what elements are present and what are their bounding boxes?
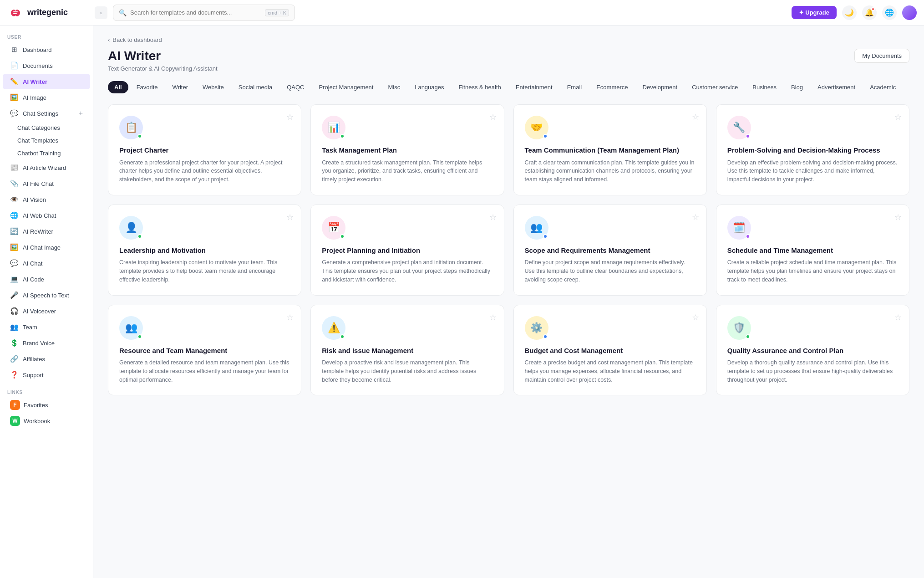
sidebar-item-team[interactable]: 👥 Team [3, 319, 90, 335]
card-star-problem-solving[interactable]: ☆ [894, 112, 902, 122]
card-star-resource[interactable]: ☆ [286, 312, 294, 322]
favorites-badge: F [10, 400, 20, 410]
filter-tab-entertainment[interactable]: Entertainment [509, 81, 559, 93]
card-problem-solving[interactable]: ☆ 🔧 Problem-Solving and Decision-Making … [716, 104, 909, 195]
sidebar-item-affiliates[interactable]: 🔗 Affiliates [3, 351, 90, 367]
chat-settings-icon: 💬 [10, 109, 18, 118]
sidebar-collapse-button[interactable]: ‹ [95, 6, 107, 19]
card-icon-task-management: 📊 [322, 116, 345, 139]
search-shortcut: cmd + K [265, 9, 289, 16]
sidebar-item-ai-article-wizard[interactable]: 📰 AI Article Wizard [3, 160, 90, 175]
bell-icon[interactable]: 🔔 [862, 5, 877, 20]
card-star-project-planning[interactable]: ☆ [489, 212, 497, 222]
my-documents-button[interactable]: My Documents [854, 49, 909, 63]
filter-tab-favorite[interactable]: Favorite [130, 81, 164, 93]
filter-tab-misc[interactable]: Misc [381, 81, 406, 93]
filter-tab-customer-service[interactable]: Customer service [685, 81, 744, 93]
card-star-schedule[interactable]: ☆ [894, 212, 902, 222]
sidebar-item-ai-image[interactable]: 🖼️ AI Image [3, 90, 90, 105]
card-star-budget[interactable]: ☆ [692, 312, 699, 322]
card-project-charter[interactable]: ☆ 📋 Project Charter Generate a professio… [108, 104, 301, 195]
sidebar-link-favorites[interactable]: F Favorites [3, 397, 90, 413]
card-title-team-communication: Team Communication (Team Management Plan… [525, 146, 696, 155]
sidebar-item-brand-voice[interactable]: 💲 Brand Voice [3, 335, 90, 351]
card-icon-project-planning: 📅 [322, 216, 345, 240]
card-star-scope[interactable]: ☆ [692, 212, 699, 222]
filter-tab-languages[interactable]: Languages [408, 81, 450, 93]
sidebar-item-chatbot-training[interactable]: Chatbot Training [3, 147, 90, 159]
sidebar-item-chat-templates[interactable]: Chat Templates [3, 134, 90, 147]
card-quality-assurance[interactable]: ☆ 🛡️ Quality Assurance and Control Plan … [716, 305, 909, 396]
card-title-leadership: Leadership and Motivation [119, 246, 290, 255]
dashboard-icon: ⊞ [10, 46, 18, 54]
logo-text: writegenic [27, 8, 68, 17]
card-leadership[interactable]: ☆ 👤 Leadership and Motivation Create ins… [108, 205, 301, 296]
sidebar-item-ai-speech-to-text[interactable]: 🎤 AI Speech to Text [3, 287, 90, 303]
search-icon: 🔍 [119, 9, 127, 16]
chat-settings-expand-icon[interactable]: + [79, 109, 83, 118]
filter-tab-social-media[interactable]: Social media [232, 81, 279, 93]
ai-image-icon: 🖼️ [10, 93, 18, 102]
sidebar-link-workbook[interactable]: W Workbook [3, 413, 90, 429]
sidebar-item-ai-writer[interactable]: ✏️ AI Writer [3, 74, 90, 89]
card-schedule-time[interactable]: ☆ 🗓️ Schedule and Time Management Create… [716, 205, 909, 296]
search-input[interactable] [130, 9, 261, 16]
filter-tab-all[interactable]: All [108, 81, 128, 93]
avatar[interactable] [902, 5, 917, 20]
filter-tab-academic[interactable]: Academic [863, 81, 902, 93]
filter-tab-fitness-health[interactable]: Fitness & health [452, 81, 508, 93]
sidebar-item-ai-file-chat[interactable]: 📎 AI File Chat [3, 176, 90, 191]
sidebar-item-ai-voiceover[interactable]: 🎧 AI Voiceover [3, 303, 90, 319]
search-bar[interactable]: 🔍 cmd + K [113, 5, 295, 21]
card-star-risk[interactable]: ☆ [489, 312, 497, 322]
ai-article-wizard-icon: 📰 [10, 164, 18, 172]
sidebar-item-ai-chat[interactable]: 💬 AI Chat [3, 256, 90, 271]
back-to-dashboard[interactable]: ‹ Back to dashboard [108, 36, 909, 43]
filter-tab-advertisement[interactable]: Advertisement [811, 81, 862, 93]
support-icon: ❓ [10, 371, 18, 379]
card-team-communication[interactable]: ☆ 🤝 Team Communication (Team Management … [513, 104, 707, 195]
sidebar-item-ai-chat-image[interactable]: 🖼️ AI Chat Image [3, 240, 90, 255]
filter-tab-blog[interactable]: Blog [785, 81, 809, 93]
globe-icon[interactable]: 🌐 [882, 5, 897, 20]
sidebar-item-chat-settings[interactable]: 💬 Chat Settings + [3, 106, 90, 121]
ai-chat-icon: 💬 [10, 259, 18, 267]
card-icon-resource: 👥 [119, 316, 143, 340]
card-desc-problem-solving: Develop an effective problem-solving and… [727, 159, 898, 184]
card-star-task-management[interactable]: ☆ [489, 112, 497, 122]
upgrade-button[interactable]: ✦ Upgrade [792, 6, 837, 19]
card-resource-team[interactable]: ☆ 👥 Resource and Team Management Generat… [108, 305, 301, 396]
logo[interactable]: writegenic [7, 5, 89, 21]
filter-tab-website[interactable]: Website [196, 81, 230, 93]
card-icon-quality: 🛡️ [727, 316, 751, 340]
sidebar-item-support[interactable]: ❓ Support [3, 367, 90, 383]
sidebar-item-chat-categories[interactable]: Chat Categories [3, 122, 90, 134]
sidebar-item-documents[interactable]: 📄 Documents [3, 58, 90, 73]
card-task-management[interactable]: ☆ 📊 Task Management Plan Create a struct… [310, 104, 504, 195]
filter-tab-qaqc[interactable]: QAQC [280, 81, 310, 93]
filter-tab-project-management[interactable]: Project Management [313, 81, 380, 93]
card-star-quality[interactable]: ☆ [894, 312, 902, 322]
sidebar-item-dashboard[interactable]: ⊞ Dashboard [3, 42, 90, 57]
filter-tab-development[interactable]: Development [636, 81, 684, 93]
filter-tab-email[interactable]: Email [561, 81, 589, 93]
sidebar-item-ai-vision[interactable]: 👁️ AI Vision [3, 192, 90, 207]
card-star-team-communication[interactable]: ☆ [692, 112, 699, 122]
card-scope-requirements[interactable]: ☆ 👥 Scope and Requirements Management De… [513, 205, 707, 296]
card-budget-cost[interactable]: ☆ ⚙️ Budget and Cost Management Create a… [513, 305, 707, 396]
card-icon-scope: 👥 [525, 216, 548, 240]
filter-tab-business[interactable]: Business [746, 81, 783, 93]
filter-tab-ecommerce[interactable]: Ecommerce [590, 81, 634, 93]
card-title-project-charter: Project Charter [119, 146, 290, 155]
card-project-planning[interactable]: ☆ 📅 Project Planning and Initiation Gene… [310, 205, 504, 296]
sidebar-item-ai-rewriter[interactable]: 🔄 AI ReWriter [3, 224, 90, 239]
card-star-project-charter[interactable]: ☆ [286, 112, 294, 122]
moon-icon[interactable]: 🌙 [842, 5, 857, 20]
card-risk-issue[interactable]: ☆ ⚠️ Risk and Issue Management Develop a… [310, 305, 504, 396]
filter-tab-writer[interactable]: Writer [166, 81, 194, 93]
sidebar-item-ai-code[interactable]: 💻 AI Code [3, 271, 90, 287]
card-star-leadership[interactable]: ☆ [286, 212, 294, 222]
sidebar-item-ai-web-chat[interactable]: 🌐 AI Web Chat [3, 208, 90, 223]
cards-grid: ☆ 📋 Project Charter Generate a professio… [108, 104, 909, 395]
links-section-label: LINKS [0, 386, 93, 397]
